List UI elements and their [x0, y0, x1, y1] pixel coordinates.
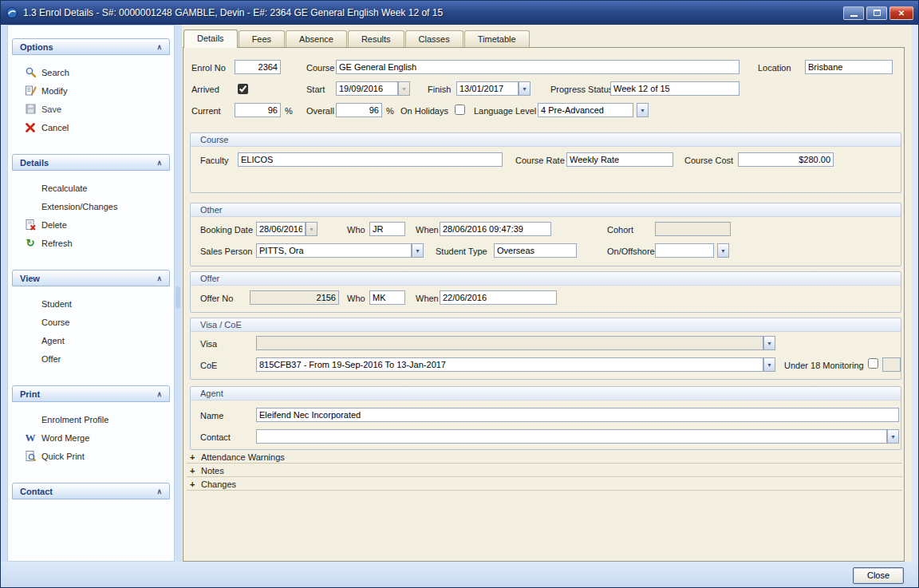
course-cost-field[interactable] [738, 152, 834, 167]
on-offshore-dropdown[interactable]: ▼ [717, 243, 729, 258]
location-field[interactable] [805, 60, 893, 74]
expander-changes[interactable]: + Changes [187, 478, 902, 491]
arrived-checkbox[interactable] [238, 84, 248, 94]
student-type-field[interactable] [494, 243, 577, 258]
main-area: Details Fees Absence Results Classes Tim… [182, 25, 912, 562]
course-rate-field[interactable] [566, 152, 673, 167]
section-header-options[interactable]: Options ∧ [12, 38, 170, 55]
splitter-grip[interactable] [176, 286, 180, 309]
language-level-dropdown[interactable]: ▼ [637, 103, 649, 117]
sidebar-item-modify[interactable]: Modify [8, 81, 174, 100]
under-18-monitoring-checkbox[interactable] [868, 358, 878, 369]
tab-absence[interactable]: Absence [286, 30, 347, 47]
sidebar-item-agent[interactable]: Agent [8, 331, 174, 349]
booking-date-dropdown[interactable]: ▼ [306, 222, 318, 236]
sidebar-item-label: Quick Print [41, 452, 85, 461]
blank-icon [24, 298, 37, 310]
agent-name-field[interactable] [256, 408, 899, 422]
section-title: Print [20, 389, 40, 399]
booking-date-field[interactable] [256, 222, 306, 236]
dropdown-arrow-icon: ▼ [890, 434, 896, 440]
offer-when-field[interactable] [440, 290, 557, 305]
on-holidays-checkbox[interactable] [455, 105, 465, 115]
sidebar-item-recalculate[interactable]: Recalculate [8, 179, 174, 197]
minimize-button[interactable] [843, 6, 864, 20]
booking-who-field[interactable] [369, 222, 405, 236]
finish-date-field[interactable] [456, 81, 519, 96]
dropdown-arrow-icon: ▼ [767, 362, 772, 368]
visa-field[interactable] [256, 336, 763, 350]
titlebar: 1.3 Enrol Details - S#: 0000001248 GAMBL… [1, 1, 918, 25]
sidebar: Options ∧ Search Modify Save [7, 25, 175, 562]
current-field[interactable] [235, 103, 281, 117]
sidebar-item-enrolment-profile[interactable]: Enrolment Profile [8, 410, 174, 428]
section-header-contact[interactable]: Contact ∧ [12, 483, 170, 499]
student-type-label: Student Type [436, 245, 487, 258]
location-label: Location [758, 61, 791, 74]
coe-field[interactable] [256, 357, 763, 372]
visa-coe-group-header: Visa / CoE [191, 318, 901, 332]
visa-dropdown[interactable]: ▼ [763, 336, 775, 350]
agent-contact-field[interactable] [256, 429, 887, 444]
cohort-label: Cohort [607, 223, 633, 236]
sidebar-item-offer[interactable]: Offer [8, 349, 174, 368]
sidebar-splitter [175, 25, 182, 562]
offer-no-field[interactable] [250, 290, 339, 305]
tab-fees[interactable]: Fees [239, 30, 285, 47]
overall-field[interactable] [336, 103, 382, 117]
sidebar-item-course[interactable]: Course [8, 313, 174, 331]
close-window-button[interactable]: ✕ [889, 6, 913, 20]
tab-details[interactable]: Details [183, 30, 238, 48]
close-button[interactable]: Close [853, 567, 904, 584]
sidebar-item-extension-changes[interactable]: Extension/Changes [8, 197, 174, 215]
under-18-aux-field[interactable] [882, 357, 901, 372]
tab-classes[interactable]: Classes [405, 30, 463, 47]
language-level-field[interactable] [538, 103, 633, 117]
tab-results[interactable]: Results [348, 30, 404, 47]
tab-timetable[interactable]: Timetable [464, 30, 530, 47]
sidebar-item-label: Recalculate [41, 184, 87, 193]
section-header-print[interactable]: Print ∧ [12, 385, 170, 402]
agent-group: Agent Name Contact ▼ [190, 386, 901, 450]
progress-status-field[interactable] [610, 81, 740, 96]
coe-dropdown[interactable]: ▼ [763, 357, 775, 372]
on-offshore-field[interactable] [655, 243, 714, 258]
offer-no-label: Offer No [200, 292, 233, 305]
sidebar-item-refresh[interactable]: ↻ Refresh [8, 234, 174, 252]
sidebar-item-quick-print[interactable]: Quick Print [8, 447, 174, 465]
expander-attendance-warnings[interactable]: + Attendance Warnings [187, 451, 902, 464]
finish-date-dropdown[interactable]: ▼ [519, 81, 530, 96]
offer-who-field[interactable] [369, 290, 405, 305]
booking-when-field[interactable] [440, 222, 551, 236]
sales-person-dropdown[interactable]: ▼ [412, 243, 424, 258]
window-frame-left [1, 25, 7, 562]
chevron-up-icon: ∧ [156, 274, 162, 282]
offer-when-label: When [416, 292, 439, 305]
dropdown-arrow-icon: ▼ [640, 108, 645, 113]
sidebar-item-delete[interactable]: Delete [8, 215, 174, 234]
agent-contact-dropdown[interactable]: ▼ [887, 429, 899, 444]
cohort-field[interactable] [655, 222, 731, 236]
start-date-field[interactable] [336, 81, 398, 96]
maximize-button[interactable] [866, 6, 887, 20]
enrol-no-field[interactable] [235, 60, 281, 74]
sidebar-item-label: Offer [41, 354, 61, 364]
sidebar-item-word-merge[interactable]: W Word Merge [8, 428, 174, 447]
section-header-view[interactable]: View ∧ [12, 270, 170, 286]
expander-notes[interactable]: + Notes [187, 464, 902, 477]
start-date-dropdown[interactable]: ▼ [398, 81, 410, 96]
sales-person-field[interactable] [256, 243, 412, 258]
blank-icon [24, 182, 37, 195]
sidebar-item-save[interactable]: Save [8, 100, 174, 118]
sidebar-item-label: Modify [41, 86, 67, 96]
sidebar-item-search[interactable]: Search [8, 63, 174, 81]
section-header-details[interactable]: Details ∧ [12, 154, 170, 171]
faculty-field[interactable] [238, 152, 503, 167]
course-field[interactable] [336, 60, 740, 74]
offer-who-label: Who [347, 292, 365, 305]
app-icon [6, 6, 18, 19]
sidebar-item-cancel[interactable]: Cancel [8, 118, 174, 136]
start-label: Start [306, 83, 325, 96]
quick-print-icon [24, 450, 37, 463]
sidebar-item-student[interactable]: Student [8, 294, 174, 313]
